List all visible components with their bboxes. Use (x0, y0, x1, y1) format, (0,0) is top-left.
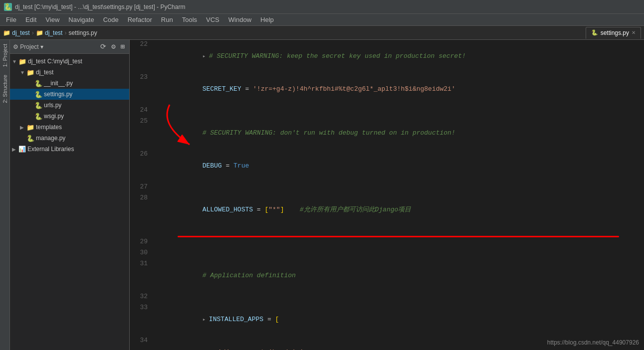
code-token: = (222, 162, 233, 170)
menu-edit[interactable]: Edit (21, 15, 40, 24)
code-token (284, 206, 299, 213)
tree-label: manage.py (36, 135, 65, 142)
line-content[interactable]: DEBUG = True (154, 150, 644, 182)
line-content[interactable] (154, 106, 644, 117)
folder-icon: 📁 (26, 69, 34, 76)
tree-label: wsgi.py (44, 113, 64, 120)
fold-marker[interactable]: ▸ (203, 317, 209, 323)
tree-label: dj_test C:\my\dj_test (28, 58, 82, 65)
code-token: = (253, 206, 264, 213)
code-line-30: 30 (130, 248, 644, 259)
python-file-icon: 🐍 (34, 80, 42, 87)
code-token: SECRET_KEY (203, 85, 241, 93)
side-panel-labels: 1: Project 2: Structure (0, 40, 10, 350)
code-token: INSTALLED_APPS (209, 316, 263, 323)
tree-item-dj-test-root[interactable]: ▼ 📁 dj_test C:\my\dj_test (10, 56, 129, 67)
structure-panel-label[interactable]: 2: Structure (1, 71, 9, 107)
tree-item-manage[interactable]: ▶ 🐍 manage.py (10, 133, 129, 144)
code-token: = (263, 316, 275, 323)
project-panel: ⚙ Project ▾ ⟳ ⚙ ⊞ ▼ 📁 dj_test C:\my\dj_t… (10, 40, 130, 350)
line-number: 28 (130, 193, 154, 237)
tabs-bar: 📁 dj_test › 📁 dj_test › settings.py 🐍 se… (0, 26, 644, 40)
line-number: 25 (130, 117, 154, 150)
line-content[interactable]: ALLOWED_HOSTS = ["*"] #允许所有用户都可访问此Django… (154, 193, 644, 237)
tab-close-button[interactable]: ✕ (632, 30, 636, 35)
line-content[interactable]: # SECURITY WARNING: don't run with debug… (154, 117, 644, 150)
tree-item-urls[interactable]: ▶ 🐍 urls.py (10, 100, 129, 111)
python-file-icon: 🐍 (34, 102, 42, 109)
fold-marker: ▸ (203, 53, 209, 59)
tree-item-wsgi[interactable]: ▶ 🐍 wsgi.py (10, 111, 129, 122)
line-number: 26 (130, 150, 154, 182)
tree-label: templates (36, 124, 62, 131)
menu-code[interactable]: Code (99, 15, 123, 24)
line-content[interactable]: ▸ INSTALLED_APPS = [ (154, 303, 644, 336)
line-content[interactable] (154, 292, 644, 303)
breadcrumb-package[interactable]: 📁 dj_test (36, 29, 63, 36)
tree-item-init[interactable]: ▶ 🐍 __init__.py (10, 78, 129, 89)
menu-help[interactable]: Help (256, 15, 278, 24)
tab-settings-py[interactable]: 🐍 settings.py ✕ (586, 27, 641, 39)
project-panel-label[interactable]: 1: Project (1, 40, 9, 71)
tree-item-settings[interactable]: ▶ 🐍 settings.py (10, 89, 129, 100)
code-token: # Application definition (203, 272, 296, 279)
code-token: = (241, 85, 253, 93)
line-number: 31 (130, 259, 154, 292)
line-content[interactable] (154, 248, 644, 259)
expand-icon[interactable]: ⊞ (119, 41, 126, 52)
python-file-icon: 🐍 (26, 135, 34, 142)
breadcrumb-file[interactable]: settings.py (68, 29, 97, 36)
watermark: https://blog.csdn.net/qq_44907926 (547, 339, 639, 346)
code-line-32: 32 (130, 292, 644, 303)
line-number: 30 (130, 248, 154, 259)
tab-label: settings.py (601, 29, 629, 36)
folder-icon: 📁 (26, 124, 34, 131)
python-file-icon: 🐍 (34, 113, 42, 120)
line-content[interactable] (154, 237, 644, 248)
project-toolbar-title: ⚙ Project ▾ (13, 43, 97, 50)
code-token: "*" (268, 206, 280, 213)
menu-run[interactable]: Run (157, 15, 177, 24)
line-content[interactable]: # Application definition (154, 259, 644, 292)
title-bar: 🐍 dj_test [C:\my\dj_test] - ...\dj_test\… (0, 0, 644, 14)
tree-arrow: ▶ (12, 147, 17, 152)
code-editor[interactable]: 22 ▸ # SECURITY WARNING: keep the secret… (130, 40, 644, 350)
menu-file[interactable]: File (2, 15, 20, 24)
code-token: # SECURITY WARNING: don't run with debug… (203, 129, 455, 137)
code-token: DEBUG (203, 162, 222, 170)
line-content[interactable]: ▸ # SECURITY WARNING: keep the secret ke… (154, 40, 644, 73)
tree-label: dj_test (36, 69, 53, 76)
line-number: 32 (130, 292, 154, 303)
gear-icon[interactable]: ⚙ (110, 41, 117, 52)
sync-icon[interactable]: ⟳ (99, 41, 108, 52)
tree-label: __init__.py (44, 80, 73, 87)
tree-label: settings.py (44, 91, 72, 98)
line-content[interactable]: SECRET_KEY = '!zr=+g4-z)!4h^rkfbhi#%t@c2… (154, 73, 644, 106)
menu-tools[interactable]: Tools (178, 15, 201, 24)
code-table: 22 ▸ # SECURITY WARNING: keep the secret… (130, 40, 644, 350)
menu-window[interactable]: Window (224, 15, 255, 24)
tree-item-dj-test-pkg[interactable]: ▼ 📁 dj_test (10, 67, 129, 78)
menu-navigate[interactable]: Navigate (64, 15, 98, 24)
breadcrumb-root[interactable]: 📁 dj_test (3, 29, 30, 36)
line-number: 29 (130, 237, 154, 248)
code-line-24: 24 (130, 106, 644, 117)
tree-arrow: ▶ (20, 125, 25, 130)
tree-item-external-libs[interactable]: ▶ 📊 External Libraries (10, 144, 129, 155)
line-number: 23 (130, 73, 154, 106)
project-tree: ▼ 📁 dj_test C:\my\dj_test ▼ 📁 dj_test ▶ … (10, 54, 129, 350)
menu-refactor[interactable]: Refactor (124, 15, 156, 24)
tree-label: urls.py (44, 102, 61, 109)
line-content[interactable] (154, 182, 644, 193)
code-token: #允许所有用户都可访问此Django项目 (300, 206, 412, 213)
menu-view[interactable]: View (41, 15, 63, 24)
menu-vcs[interactable]: VCS (202, 15, 223, 24)
code-line-27: 27 (130, 182, 644, 193)
comment-text: # SECURITY WARNING: keep the secret key … (209, 52, 466, 60)
menu-bar: File Edit View Navigate Code Refactor Ru… (0, 14, 644, 26)
tree-item-templates[interactable]: ▶ 📁 templates (10, 122, 129, 133)
red-underline-annotation (178, 236, 619, 237)
line-number: 34 (130, 336, 154, 350)
tree-arrow: ▼ (12, 59, 17, 64)
chart-icon: 📊 (18, 146, 26, 153)
